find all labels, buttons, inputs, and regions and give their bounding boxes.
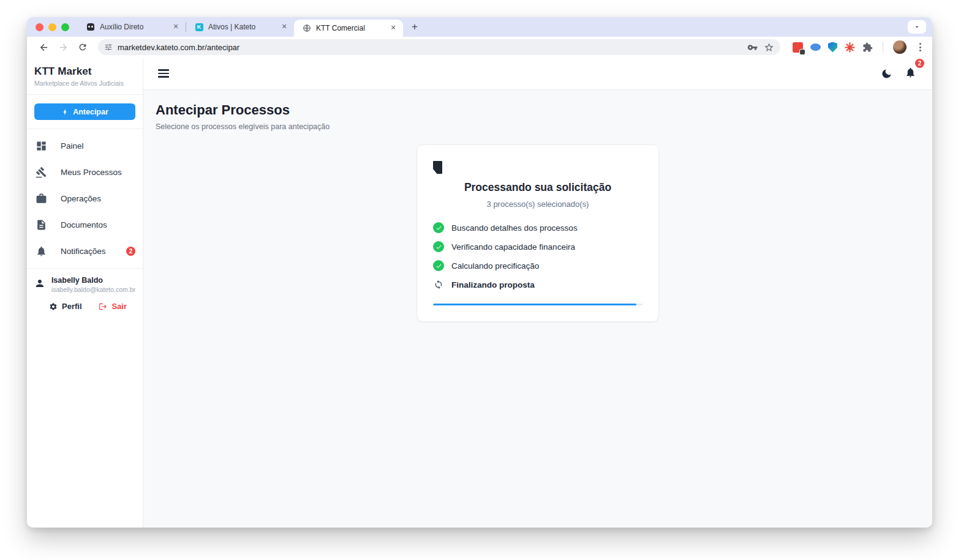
- tab-strip: Auxílio Direto × K Ativos | Kateto × KTT…: [27, 17, 932, 37]
- extension-badge: [799, 49, 805, 55]
- gear-icon: [49, 302, 58, 311]
- sidebar-item-painel[interactable]: Painel: [27, 133, 143, 159]
- sidebar-item-notificacoes[interactable]: Notificações 2: [27, 238, 143, 264]
- extension-blue-oval-icon[interactable]: [810, 43, 821, 51]
- sidebar-item-operacoes[interactable]: Operações: [27, 185, 143, 212]
- minimize-window-button[interactable]: [48, 23, 56, 31]
- forward-button[interactable]: [55, 39, 71, 55]
- lightning-bolt-icon: [61, 108, 69, 116]
- sidebar-item-label: Meus Processos: [61, 168, 122, 177]
- tab-auxilio-direto[interactable]: Auxílio Direto ×: [78, 17, 186, 37]
- app-header: 2: [143, 58, 932, 90]
- antecipar-button-label: Antecipar: [73, 108, 108, 116]
- kateto-favicon-icon: K: [195, 23, 203, 31]
- address-bar[interactable]: marketdev.kateto.com.br/antecipar: [98, 39, 780, 55]
- step-row: Calculando precificação: [433, 260, 643, 271]
- notifications-count-badge: 2: [126, 247, 135, 256]
- step-label: Verificando capacidade financeira: [451, 242, 575, 252]
- menu-hamburger-icon[interactable]: [158, 69, 169, 78]
- antecipar-button[interactable]: Antecipar: [34, 103, 135, 120]
- spinner-sync-icon: [433, 279, 444, 290]
- close-tab-icon[interactable]: ×: [171, 22, 181, 32]
- antecipar-button-wrap: Antecipar: [27, 95, 143, 129]
- step-label: Finalizando proposta: [451, 280, 535, 289]
- user-section: Isabelly Baldo isabelly.baldo@kateto.com…: [27, 268, 143, 317]
- check-circle-icon: [433, 260, 444, 271]
- page-subtitle: Selecione os processos elegíveis para an…: [156, 122, 920, 131]
- page-title: Antecipar Processos: [156, 102, 920, 118]
- tab-ktt-comercial[interactable]: KTT Comercial ×: [294, 20, 403, 37]
- sidebar-item-meus-processos[interactable]: Meus Processos: [27, 159, 143, 185]
- person-icon: [34, 278, 45, 289]
- sidebar-item-label: Documentos: [61, 220, 107, 230]
- sidebar-item-label: Painel: [61, 141, 84, 151]
- password-key-icon[interactable]: [747, 42, 758, 53]
- step-label: Buscando detalhes dos processos: [451, 223, 578, 233]
- logout-link-label: Sair: [111, 302, 127, 311]
- extension-starburst-icon[interactable]: [845, 42, 855, 53]
- bell-icon: [36, 245, 47, 257]
- sidebar-nav: Painel Meus Processos Operações Document…: [27, 129, 143, 268]
- profile-link[interactable]: Perfil: [49, 302, 82, 311]
- skull-favicon-icon: [86, 23, 95, 31]
- check-circle-icon: [433, 241, 444, 252]
- url-text[interactable]: marketdev.kateto.com.br/antecipar: [118, 43, 742, 52]
- close-tab-icon[interactable]: ×: [279, 22, 289, 32]
- reload-icon: [78, 42, 88, 52]
- step-row: Buscando detalhes dos processos: [433, 222, 643, 233]
- window-controls: [36, 17, 69, 37]
- close-tab-icon[interactable]: ×: [388, 23, 398, 33]
- extension-icons: [793, 40, 926, 54]
- briefcase-icon: [36, 193, 47, 204]
- notifications-bell-button[interactable]: 2: [905, 67, 916, 81]
- sidebar: KTT Market Marketplace de Ativos Judicia…: [27, 58, 143, 528]
- profile-link-label: Perfil: [62, 302, 82, 311]
- new-tab-button[interactable]: +: [407, 19, 423, 35]
- brand-subtitle: Marketplace de Ativos Judiciais: [34, 80, 135, 87]
- logo-mark-icon: [433, 161, 442, 174]
- extensions-puzzle-icon[interactable]: [862, 42, 873, 53]
- extension-red-icon[interactable]: [793, 42, 803, 53]
- site-settings-icon[interactable]: [104, 43, 113, 51]
- tab-title: KTT Comercial: [316, 24, 383, 32]
- brand-block: KTT Market Marketplace de Ativos Judicia…: [27, 58, 143, 95]
- browser-toolbar: marketdev.kateto.com.br/antecipar: [27, 37, 932, 58]
- step-label: Calculando precificação: [451, 261, 539, 271]
- tab-title: Auxílio Direto: [100, 23, 166, 31]
- logout-icon: [99, 302, 107, 311]
- user-email: isabelly.baldo@kateto.com.br: [51, 286, 135, 293]
- progress-fill: [433, 304, 636, 305]
- logout-link[interactable]: Sair: [99, 302, 127, 311]
- tab-ativos-kateto[interactable]: K Ativos | Kateto ×: [186, 17, 294, 37]
- browser-menu-button[interactable]: [914, 43, 926, 51]
- dark-mode-moon-icon[interactable]: [881, 68, 892, 80]
- processing-card: Processando sua solicitação 3 processo(s…: [417, 144, 659, 322]
- header-notification-badge: 2: [915, 59, 924, 68]
- bookmark-star-icon[interactable]: [764, 42, 774, 53]
- step-list: Buscando detalhes dos processos Verifica…: [433, 222, 643, 290]
- chevron-down-icon: [913, 23, 921, 31]
- main-area: 2 Antecipar Processos Selecione os proce…: [143, 58, 932, 528]
- tab-title: Ativos | Kateto: [208, 23, 274, 31]
- gavel-icon: [36, 166, 47, 178]
- extension-shield-icon[interactable]: [828, 42, 837, 53]
- sidebar-item-documentos[interactable]: Documentos: [27, 212, 143, 238]
- user-name: Isabelly Baldo: [51, 276, 135, 285]
- browser-window: Auxílio Direto × K Ativos | Kateto × KTT…: [27, 17, 932, 528]
- step-row: Finalizando proposta: [433, 279, 643, 290]
- tab-search-button[interactable]: [908, 20, 926, 34]
- back-button[interactable]: [36, 39, 51, 55]
- check-circle-icon: [433, 222, 444, 233]
- card-title: Processando sua solicitação: [433, 181, 643, 194]
- maximize-window-button[interactable]: [61, 23, 69, 31]
- close-window-button[interactable]: [36, 23, 43, 31]
- bell-icon: [905, 67, 916, 78]
- toolbar-separator: [883, 42, 883, 53]
- reload-button[interactable]: [75, 39, 91, 55]
- app-root: KTT Market Marketplace de Ativos Judicia…: [27, 58, 932, 528]
- forward-arrow-icon: [58, 42, 69, 53]
- progress-bar: [433, 304, 643, 305]
- page-content: Antecipar Processos Selecione os process…: [143, 90, 932, 528]
- step-row: Verificando capacidade financeira: [433, 241, 643, 252]
- profile-avatar[interactable]: [893, 40, 907, 54]
